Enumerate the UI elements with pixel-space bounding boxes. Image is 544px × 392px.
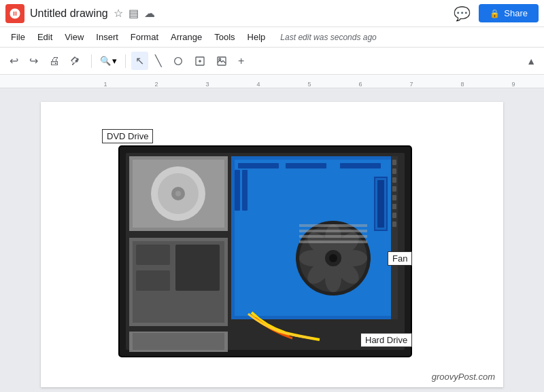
- ruler-mark-2: 2: [154, 81, 158, 88]
- title-bar: Untitled drawing ☆ ▤ ☁ 💬 🔒 Share: [0, 0, 544, 27]
- separator-1: [91, 54, 92, 68]
- svg-rect-54: [392, 195, 396, 200]
- ruler-mark-8: 8: [460, 81, 464, 88]
- fan-label[interactable]: Fan: [388, 251, 412, 266]
- print-button[interactable]: 🖨: [45, 52, 64, 70]
- svg-rect-52: [392, 177, 396, 183]
- title-icons: ☆ ▤ ☁: [114, 7, 155, 20]
- menu-arrange[interactable]: Arrange: [165, 29, 207, 45]
- shape-tool[interactable]: [169, 53, 188, 69]
- document-title[interactable]: Untitled drawing: [30, 7, 108, 20]
- slides-icon[interactable]: ▤: [129, 7, 139, 20]
- svg-rect-33: [299, 230, 367, 232]
- svg-rect-55: [392, 204, 396, 209]
- toolbar: ↩ ↪ 🖨 🔍 ▾ ↖ ╲ + ▲: [0, 48, 544, 75]
- collapse-toolbar-button[interactable]: ▲: [524, 53, 539, 69]
- zoom-value: ▾: [112, 56, 117, 66]
- menu-help[interactable]: Help: [242, 29, 271, 45]
- svg-rect-51: [392, 168, 396, 174]
- svg-point-0: [175, 57, 182, 65]
- redo-button[interactable]: ↪: [25, 52, 42, 70]
- svg-rect-19: [242, 170, 248, 211]
- svg-rect-57: [392, 221, 396, 227]
- text-tool[interactable]: [190, 53, 209, 69]
- ruler-mark-9: 9: [511, 81, 515, 88]
- share-label: Share: [504, 8, 528, 18]
- svg-rect-44: [136, 245, 170, 265]
- select-tool[interactable]: ↖: [131, 52, 148, 70]
- cloud-icon[interactable]: ☁: [144, 7, 155, 20]
- svg-rect-32: [299, 224, 367, 227]
- ruler-mark-5: 5: [307, 81, 311, 88]
- watermark: groovyPost.com: [432, 372, 495, 382]
- menu-edit[interactable]: Edit: [32, 29, 58, 45]
- ruler-mark-3: 3: [205, 81, 209, 88]
- menu-tools[interactable]: Tools: [209, 29, 240, 45]
- dvd-drive-label[interactable]: DVD Drive: [102, 129, 153, 143]
- comment-button[interactable]: 💬: [451, 3, 473, 24]
- lock-icon: 🔒: [490, 9, 500, 18]
- svg-rect-53: [392, 186, 396, 192]
- image-tool[interactable]: [212, 53, 231, 69]
- ruler: 1 2 3 4 5 6 7 8 9: [0, 75, 544, 88]
- undo-button[interactable]: ↩: [5, 52, 22, 70]
- menu-file[interactable]: File: [5, 29, 31, 45]
- ruler-mark-4: 4: [256, 81, 260, 88]
- ruler-mark-7: 7: [409, 81, 413, 88]
- line-tool[interactable]: ╲: [151, 52, 166, 70]
- svg-rect-56: [392, 213, 396, 218]
- svg-point-41: [175, 191, 181, 196]
- zoom-dropdown[interactable]: 🔍 ▾: [97, 54, 120, 68]
- separator-2: [125, 54, 126, 68]
- svg-rect-45: [136, 270, 170, 291]
- drawing-canvas[interactable]: DVD Drive Fan Hard Drive groovyPost.com: [41, 102, 503, 387]
- paint-format-button[interactable]: [67, 53, 86, 69]
- svg-rect-48: [133, 333, 224, 350]
- svg-rect-35: [299, 240, 367, 243]
- svg-point-31: [329, 254, 337, 262]
- ruler-mark-1: 1: [103, 81, 107, 88]
- svg-rect-14: [340, 163, 381, 168]
- google-logo: [5, 4, 24, 23]
- menu-insert[interactable]: Insert: [90, 29, 124, 45]
- star-icon[interactable]: ☆: [114, 7, 123, 20]
- canvas-area[interactable]: DVD Drive Fan Hard Drive groovyPost.com: [0, 88, 544, 392]
- svg-rect-50: [392, 160, 396, 165]
- zoom-level: 🔍: [100, 56, 111, 66]
- hard-drive-label[interactable]: Hard Drive: [360, 333, 412, 347]
- svg-rect-13: [286, 163, 326, 168]
- svg-rect-34: [299, 235, 367, 238]
- pc-image: [116, 143, 415, 360]
- more-tools[interactable]: +: [234, 52, 248, 70]
- menu-view[interactable]: View: [59, 29, 89, 45]
- last-edit-status: Last edit was seconds ago: [280, 33, 376, 42]
- menu-bar: File Edit View Insert Format Arrange Too…: [0, 27, 544, 48]
- svg-rect-46: [175, 245, 220, 291]
- share-button[interactable]: 🔒 Share: [479, 4, 539, 22]
- svg-rect-18: [235, 170, 240, 211]
- svg-rect-12: [238, 163, 279, 168]
- right-controls: 💬 🔒 Share: [451, 3, 539, 24]
- svg-rect-17: [377, 180, 384, 228]
- menu-format[interactable]: Format: [125, 29, 164, 45]
- ruler-mark-6: 6: [358, 81, 362, 88]
